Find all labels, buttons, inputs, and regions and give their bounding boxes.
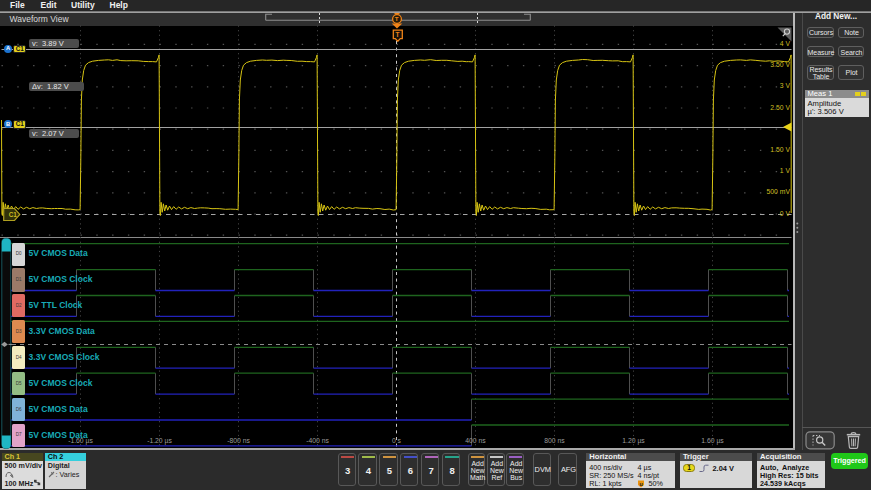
svg-text:u: u <box>640 480 643 486</box>
svg-text:T: T <box>396 31 400 38</box>
svg-text:C1: C1 <box>9 211 18 218</box>
svg-text:T: T <box>395 15 399 22</box>
